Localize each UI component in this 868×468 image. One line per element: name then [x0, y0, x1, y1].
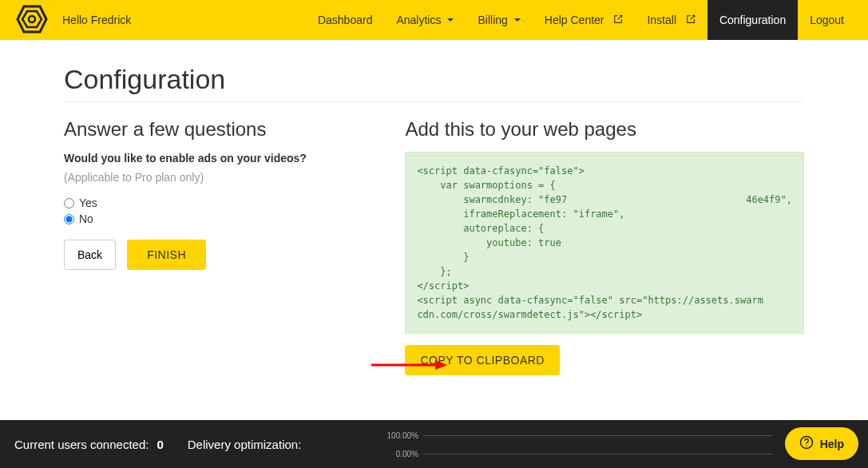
caret-down-icon	[514, 18, 521, 22]
external-link-icon	[613, 14, 623, 26]
svg-marker-4	[435, 360, 447, 370]
caret-down-icon	[447, 18, 454, 22]
nav-billing[interactable]: Billing	[466, 0, 532, 40]
nav-menu: Dashboard Analytics Billing Help Center …	[306, 0, 856, 40]
chart-tick-0: 0.00%	[367, 450, 423, 458]
svg-point-2	[29, 16, 35, 22]
chart-tick-100: 100.00%	[367, 431, 423, 440]
help-label: Help	[820, 438, 844, 450]
footer-bar: Current users connected: 0 Delivery opti…	[0, 420, 868, 468]
back-button[interactable]: Back	[64, 240, 116, 270]
annotation-arrow-icon	[367, 357, 447, 375]
chart-gridline	[423, 454, 772, 454]
code-panel: Add this to your web pages <script data-…	[405, 118, 804, 375]
nav-help-center[interactable]: Help Center	[533, 0, 636, 40]
question-text: Would you like to enable ads on your vid…	[64, 152, 373, 165]
questions-heading: Answer a few questions	[64, 118, 373, 141]
main-content: Configuration Answer a few questions Wou…	[0, 40, 868, 375]
logo-icon	[16, 5, 48, 36]
top-navbar: Hello Fredrick Dashboard Analytics Billi…	[0, 0, 868, 40]
question-note: (Applicable to Pro plan only)	[64, 171, 373, 184]
help-button[interactable]: Help	[785, 427, 858, 460]
questions-panel: Answer a few questions Would you like to…	[64, 118, 373, 375]
users-connected-value: 0	[157, 438, 163, 451]
nav-configuration[interactable]: Configuration	[707, 0, 798, 40]
radio-yes-label: Yes	[79, 196, 97, 209]
radio-no-label: No	[79, 212, 93, 225]
nav-analytics[interactable]: Analytics	[384, 0, 466, 40]
nav-install[interactable]: Install	[635, 0, 707, 40]
external-link-icon	[686, 14, 696, 26]
users-connected-label: Current users connected:	[14, 438, 149, 451]
svg-point-6	[806, 446, 807, 446]
help-icon	[799, 435, 814, 452]
finish-button[interactable]: FINISH	[127, 240, 206, 270]
radio-no-input[interactable]	[64, 214, 74, 224]
radio-no[interactable]: No	[64, 212, 373, 225]
delivery-optimization-label: Delivery optimization:	[188, 438, 302, 451]
radio-yes[interactable]: Yes	[64, 196, 373, 209]
svg-marker-1	[22, 11, 42, 27]
brand[interactable]: Hello Fredrick	[16, 5, 131, 36]
delivery-chart: 100.00% 0.00%	[367, 426, 772, 463]
code-heading: Add this to your web pages	[405, 118, 804, 141]
nav-logout[interactable]: Logout	[798, 0, 856, 40]
chart-gridline	[423, 435, 772, 436]
nav-dashboard[interactable]: Dashboard	[306, 0, 385, 40]
greeting-text: Hello Fredrick	[62, 14, 131, 26]
page-title: Configuration	[64, 64, 804, 102]
embed-code[interactable]: <script data-cfasync="false"> var swarmo…	[405, 152, 804, 334]
radio-yes-input[interactable]	[64, 198, 74, 208]
